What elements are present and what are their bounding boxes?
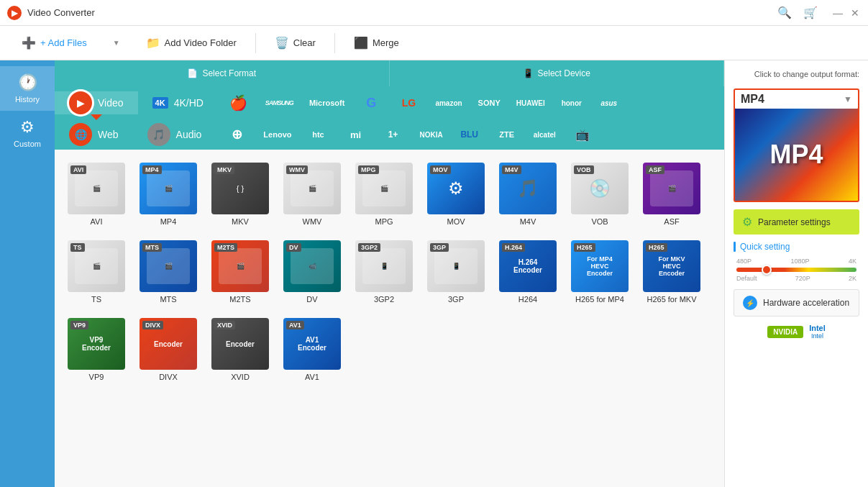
format-item-mts[interactable]: MTS 🎬 MTS: [135, 236, 201, 308]
param-settings-icon: ⚙: [742, 215, 752, 229]
format-item-dv[interactable]: DV 📹 DV: [279, 236, 345, 308]
hw-accel-label: Hardware acceleration: [763, 298, 849, 308]
brand-oneplus[interactable]: 1+: [375, 127, 411, 142]
format-item-wmv[interactable]: WMV 🎬 WMV: [279, 158, 345, 230]
brand-google[interactable]: G: [353, 93, 389, 114]
format-item-h265mkv[interactable]: H265 For MKVHEVCEncoder H265 for MKV: [639, 236, 705, 308]
format-item-vp9[interactable]: VP9 VP9Encoder VP9: [63, 314, 129, 386]
close-button[interactable]: ✕: [849, 7, 861, 19]
brand-apple[interactable]: 🍎: [221, 91, 257, 114]
format-thumb-xvid: XVID Encoder: [211, 318, 269, 370]
format-item-m4v[interactable]: M4V 🎵 M4V: [495, 158, 561, 230]
click-to-change-label: Click to change output format:: [734, 69, 859, 80]
sidebar-item-custom[interactable]: ⚙ Custom: [0, 111, 55, 155]
intel-option[interactable]: Intel Intel: [809, 324, 826, 340]
parameter-settings-button[interactable]: ⚙ Parameter settings: [734, 209, 859, 235]
sidebar: 🕐 History ⚙ Custom: [0, 60, 55, 487]
format-item-mpg[interactable]: MPG 🎬 MPG: [351, 158, 417, 230]
video-label: Video: [98, 97, 124, 109]
format-thumb-h265mkv: H265 For MKVHEVCEncoder: [643, 240, 700, 292]
format-item-mkv[interactable]: MKV { } MKV: [207, 158, 273, 230]
app-icon: ▶: [7, 6, 22, 20]
label-2k: 2K: [849, 275, 856, 282]
brand-htc[interactable]: htc: [300, 127, 336, 142]
label-720p: 720P: [795, 275, 810, 282]
add-folder-dropdown[interactable]: ▼: [103, 35, 130, 51]
brand-huawei[interactable]: HUAWEI: [509, 96, 552, 110]
audio-type-button[interactable]: 🎵 Audio: [133, 123, 216, 146]
format-item-h265mp4[interactable]: H265 For MP4HEVCEncoder H265 for MP4: [567, 236, 633, 308]
brand-zte[interactable]: ZTE: [489, 127, 525, 142]
history-icon: 🕐: [18, 73, 37, 92]
format-thumb-mts: MTS 🎬: [140, 240, 197, 292]
format-label-avi: AVI: [91, 217, 103, 226]
format-item-mov[interactable]: MOV ⚙ MOV: [423, 158, 489, 230]
tab-select-device[interactable]: 📱 Select Device: [390, 60, 725, 86]
web-type-button[interactable]: 🌐 Web: [55, 123, 133, 146]
clear-button[interactable]: 🗑️ Clear: [265, 32, 326, 54]
add-files-button[interactable]: ➕ + Add Files: [12, 32, 97, 54]
format-item-avi[interactable]: AVI 🎬 AVI: [63, 158, 129, 230]
format-tab-label: Select Format: [202, 68, 256, 78]
format-thumb-av1: AV1 AV1Encoder: [283, 318, 341, 370]
format-thumb-vob: VOB 💿: [571, 163, 629, 214]
format-item-3gp2[interactable]: 3GP2 📱 3GP2: [351, 236, 417, 308]
format-item-h264[interactable]: H.264 H.264Encoder H264: [495, 236, 561, 308]
format-thumb-m4v: M4V 🎵: [499, 163, 557, 214]
add-folder-button[interactable]: 📁 Add Video Folder: [136, 32, 247, 54]
brand-tv[interactable]: 📺: [565, 125, 600, 145]
output-format-dropdown[interactable]: MP4 ▼: [734, 88, 859, 110]
format-thumb-dv: DV 📹: [283, 240, 341, 292]
trash-icon: 🗑️: [275, 36, 289, 50]
brand-microsoft[interactable]: Microsoft: [302, 96, 352, 110]
tab-select-format[interactable]: 📄 Select Format: [55, 60, 390, 86]
brand-alcatel[interactable]: alcatel: [526, 128, 563, 142]
brand-blu[interactable]: BLU: [452, 127, 488, 142]
minimize-button[interactable]: —: [832, 7, 844, 19]
brand-asus[interactable]: asus: [591, 96, 627, 110]
brand-nokia[interactable]: NOKIA: [412, 128, 449, 142]
brand-lg[interactable]: LG: [390, 94, 426, 111]
brand-mi[interactable]: mi: [337, 127, 373, 143]
merge-button[interactable]: ⬛ Merge: [344, 32, 409, 54]
format-label-xvid: XVID: [231, 373, 250, 381]
brand-amazon[interactable]: amazon: [428, 96, 469, 110]
quality-slider-thumb[interactable]: [762, 265, 772, 275]
sidebar-item-history[interactable]: 🕐 History: [0, 66, 55, 111]
quick-setting-label: Quick setting: [734, 242, 859, 252]
add-folder-label: Add Video Folder: [165, 37, 237, 48]
cart-icon[interactable]: 🛒: [803, 6, 818, 19]
slider-bottom-labels: Default 720P 2K: [736, 275, 856, 282]
format-item-3gp[interactable]: 3GP 📱 3GP: [423, 236, 489, 308]
search-icon[interactable]: 🔍: [777, 6, 792, 19]
video-type-button[interactable]: ▶ Video: [55, 91, 138, 114]
brand-motorola[interactable]: ⊕: [219, 124, 255, 145]
quality-slider-track[interactable]: [736, 268, 856, 272]
format-label-ts: TS: [91, 295, 101, 304]
format-label-asf: ASF: [664, 217, 679, 226]
brand-samsung[interactable]: SAMSUNG: [258, 96, 301, 109]
brand-honor[interactable]: honor: [554, 96, 590, 110]
brand-sony[interactable]: SONY: [471, 96, 508, 110]
format-item-vob[interactable]: VOB 💿 VOB: [567, 158, 633, 230]
format-thumb-3gp: 3GP 📱: [427, 240, 485, 292]
format-item-ts[interactable]: TS 🎬 TS: [63, 236, 129, 308]
label-1080p: 1080P: [790, 258, 809, 265]
hw-accel-icon: ⚡: [743, 296, 757, 310]
format-item-av1[interactable]: AV1 AV1Encoder AV1: [279, 314, 345, 386]
4khd-type-button[interactable]: 4K 4K/HD: [138, 97, 218, 109]
format-item-xvid[interactable]: XVID Encoder XVID: [207, 314, 273, 386]
format-tab-icon: 📄: [187, 68, 198, 78]
nvidia-badge[interactable]: NVIDIA: [767, 326, 803, 338]
format-thumb-avi: AVI 🎬: [68, 163, 125, 214]
format-item-asf[interactable]: ASF 🎬 ASF: [639, 158, 705, 230]
web-label: Web: [98, 129, 119, 140]
format-label-mpg: MPG: [375, 217, 393, 226]
brand-lenovo[interactable]: Lenovo: [256, 127, 298, 142]
merge-icon: ⬛: [354, 36, 368, 50]
format-item-mp4[interactable]: MP4 🎬 MP4: [135, 158, 201, 230]
format-item-m2ts[interactable]: M2TS 🎬 M2TS: [207, 236, 273, 308]
format-item-divx[interactable]: DIVX Encoder DIVX: [135, 314, 201, 386]
format-label-3gp: 3GP: [448, 295, 464, 304]
hardware-acceleration-button[interactable]: ⚡ Hardware acceleration: [734, 289, 859, 317]
